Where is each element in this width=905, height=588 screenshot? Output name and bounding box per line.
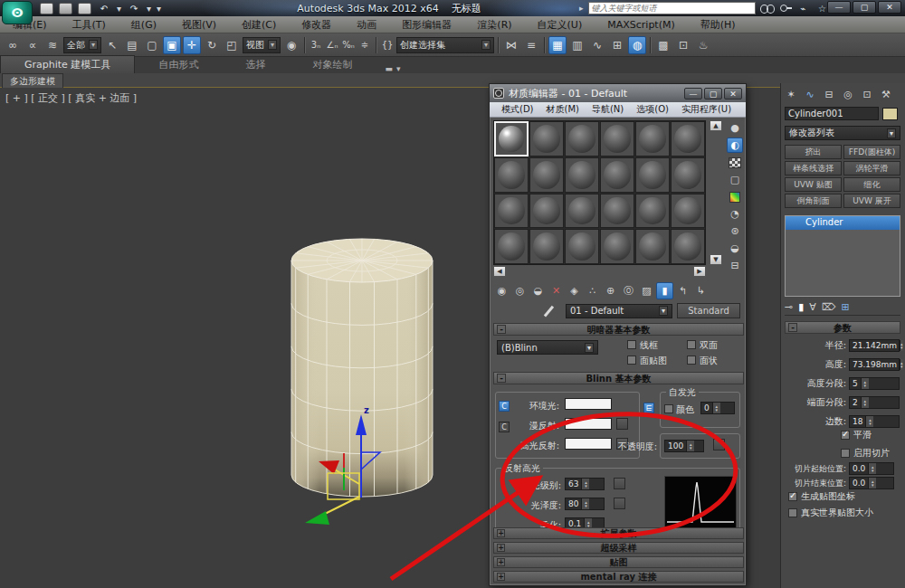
- sample-type-icon[interactable]: ●: [727, 120, 743, 136]
- tessellate-button[interactable]: 细化: [843, 177, 900, 192]
- sample-slot[interactable]: [529, 229, 564, 264]
- ambient-color-swatch[interactable]: [565, 398, 612, 410]
- object-name-field[interactable]: Cylinder001: [785, 107, 879, 120]
- modifier-list-dropdown[interactable]: 修改器列表▾: [785, 126, 900, 140]
- new-file-icon[interactable]: [40, 3, 53, 14]
- rendered-frame-window-icon[interactable]: ⊡: [674, 36, 692, 54]
- sample-slot[interactable]: [635, 157, 670, 193]
- show-end-result-icon[interactable]: ▮: [798, 301, 804, 313]
- selection-filter-dropdown[interactable]: 全部▾: [63, 37, 101, 53]
- 3dsmax-logo-icon[interactable]: ⵙ: [2, 1, 33, 24]
- extended-params-rollout[interactable]: +扩展参数: [493, 527, 744, 539]
- menu-create[interactable]: 创建(C): [229, 16, 289, 33]
- put-material-to-scene-icon[interactable]: ◎: [511, 282, 529, 299]
- sample-slot[interactable]: [494, 194, 529, 229]
- sample-slots-hscrollbar[interactable]: ◀ ▶: [493, 266, 706, 277]
- material-editor-icon[interactable]: ◍: [628, 36, 646, 54]
- motion-tab-icon[interactable]: ◎: [840, 87, 856, 101]
- select-and-link-icon[interactable]: ∞: [4, 36, 22, 54]
- glossiness-spinner[interactable]: 80▴▾: [565, 498, 605, 510]
- scroll-down-icon[interactable]: ▼: [710, 254, 722, 265]
- sample-slot[interactable]: [494, 121, 529, 156]
- get-material-icon[interactable]: ◉: [493, 282, 510, 299]
- lock-highlight-icon[interactable]: ⋿: [643, 403, 654, 413]
- select-and-move-icon[interactable]: ✛: [183, 36, 201, 54]
- sides-spinner[interactable]: 18▴▾: [849, 415, 900, 428]
- cap-segments-spinner[interactable]: 2▴▾: [849, 396, 900, 409]
- search-input[interactable]: [588, 2, 756, 14]
- supersampling-rollout[interactable]: +超级采样: [493, 542, 744, 554]
- specular-level-map-button[interactable]: [614, 478, 625, 489]
- keyboard-shortcut-override-icon[interactable]: {}: [380, 36, 395, 54]
- ribbon-minimize-control[interactable]: ▬▾: [385, 64, 400, 73]
- height-spinner[interactable]: 73.198mm▴▾: [849, 358, 900, 371]
- reference-coordinate-dropdown[interactable]: 视图▾: [243, 37, 281, 53]
- sample-slot[interactable]: [494, 229, 529, 264]
- parameters-rollout-header[interactable]: -参数: [785, 321, 900, 334]
- search-binoculars-icon[interactable]: [760, 3, 775, 14]
- subscription-key-icon[interactable]: [779, 3, 792, 14]
- show-shaded-material-in-viewport-icon[interactable]: ▮: [656, 282, 673, 299]
- smooth-checkbox[interactable]: 平滑: [841, 429, 872, 441]
- glossiness-map-button[interactable]: [614, 498, 625, 509]
- sample-slot[interactable]: [529, 121, 564, 156]
- ribbon-tab-graphite[interactable]: Graphite 建模工具: [0, 55, 135, 73]
- material-type-button[interactable]: Standard: [677, 303, 740, 318]
- two-sided-checkbox[interactable]: 双面: [687, 339, 718, 352]
- sample-slot[interactable]: [635, 121, 670, 156]
- extrude-button[interactable]: 挤出: [785, 145, 842, 159]
- sample-slot[interactable]: [671, 229, 705, 264]
- slice-on-checkbox[interactable]: 启用切片: [841, 447, 890, 460]
- faceted-checkbox[interactable]: 面状: [687, 355, 718, 367]
- uvw-map-button[interactable]: UVW 贴图: [785, 177, 842, 192]
- material-map-navigator-icon[interactable]: ⊟: [727, 258, 743, 273]
- sample-slot[interactable]: [529, 194, 564, 229]
- viewport-label[interactable]: [ + ] [ 正交 ] [ 真实 + 边面 ]: [5, 91, 137, 105]
- wire-checkbox[interactable]: 线框: [627, 339, 658, 352]
- menu-animation[interactable]: 动画: [344, 16, 389, 33]
- curve-editor-icon[interactable]: ∿: [588, 36, 606, 54]
- menu-customize[interactable]: 自定义(U): [525, 16, 595, 33]
- scroll-left-icon[interactable]: ◀: [493, 266, 506, 277]
- pick-material-eyedropper-icon[interactable]: [546, 304, 558, 318]
- search-caret-icon[interactable]: ▸: [579, 4, 584, 13]
- go-forward-to-sibling-icon[interactable]: ↳: [692, 282, 710, 299]
- sample-slot[interactable]: [635, 229, 670, 264]
- sample-slot[interactable]: [600, 229, 634, 264]
- turbosmooth-button[interactable]: 涡轮平滑: [843, 161, 900, 175]
- rectangular-selection-region-icon[interactable]: ▢: [143, 36, 161, 54]
- generate-mapping-coords-checkbox[interactable]: 生成贴图坐标: [788, 490, 855, 503]
- maps-rollout[interactable]: +贴图: [493, 556, 744, 568]
- sample-slot[interactable]: [529, 157, 564, 193]
- menu-maxscript[interactable]: MAXScript(M): [595, 16, 688, 33]
- modify-tab-icon[interactable]: ∿: [802, 87, 818, 101]
- show-background-icon[interactable]: ▨: [638, 282, 655, 299]
- mirror-icon[interactable]: ⋈: [502, 36, 520, 54]
- select-object-icon[interactable]: ↖: [103, 36, 121, 54]
- assign-material-to-selection-icon[interactable]: ◒: [529, 282, 547, 299]
- sample-slot[interactable]: [671, 121, 705, 156]
- snap-toggle-3d-icon[interactable]: 3ₙ: [309, 36, 323, 54]
- spinner-snap-icon[interactable]: ≑: [357, 36, 372, 54]
- blinn-rollout-header[interactable]: - Blinn 基本参数: [493, 372, 744, 384]
- shader-type-dropdown[interactable]: (B)Blinn▾: [497, 340, 598, 355]
- unlink-selection-icon[interactable]: ∝: [24, 36, 42, 54]
- me-menu-modes[interactable]: 模式(D): [495, 103, 540, 116]
- sample-slot[interactable]: [671, 157, 705, 193]
- utilities-tab-icon[interactable]: ⚒: [878, 87, 894, 101]
- height-segments-spinner[interactable]: 5▴▾: [849, 377, 900, 390]
- select-and-rotate-icon[interactable]: ↻: [203, 36, 221, 54]
- undo-dropdown-icon[interactable]: ▾: [117, 4, 121, 14]
- hierarchy-tab-icon[interactable]: ⊟: [821, 87, 837, 101]
- sample-slot[interactable]: [565, 121, 599, 156]
- mental-ray-connection-rollout[interactable]: +mental ray 连接: [493, 571, 744, 583]
- scroll-right-icon[interactable]: ▶: [693, 266, 706, 277]
- me-menu-utilities[interactable]: 实用程序(U): [675, 103, 738, 116]
- bevel-profile-button[interactable]: 倒角剖面: [785, 194, 842, 208]
- sample-tiling-icon[interactable]: ▢: [727, 172, 743, 187]
- save-file-icon[interactable]: [78, 3, 91, 14]
- ribbon-tab-selection[interactable]: 选择: [222, 56, 289, 73]
- sample-slot[interactable]: [565, 157, 599, 193]
- close-button[interactable]: ✕: [878, 1, 901, 14]
- scroll-up-icon[interactable]: ▲: [710, 120, 722, 131]
